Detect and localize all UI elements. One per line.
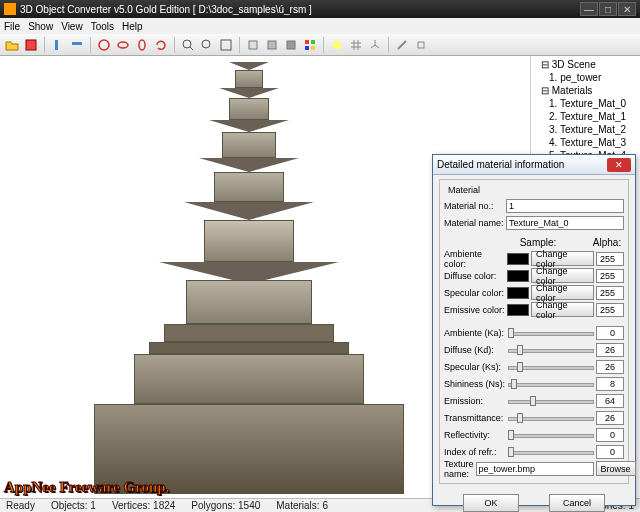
texture-input[interactable]	[476, 462, 594, 476]
tree-material-1[interactable]: 2. Texture_Mat_1	[533, 110, 638, 123]
tree-scene[interactable]: ⊟ 3D Scene	[533, 58, 638, 71]
emission-slider[interactable]	[508, 394, 594, 408]
misc2-icon[interactable]	[413, 37, 429, 53]
misc1-icon[interactable]	[394, 37, 410, 53]
ka-value[interactable]	[596, 326, 624, 340]
emission-value[interactable]	[596, 394, 624, 408]
svg-rect-0	[26, 40, 36, 50]
diffuse-change-button[interactable]: Change color	[531, 268, 594, 283]
kd-value[interactable]	[596, 343, 624, 357]
zoom-in-icon[interactable]	[180, 37, 196, 53]
kd-label: Diffuse (Kd):	[444, 345, 506, 355]
dialog-title: Detailed material information	[437, 159, 564, 170]
ambient-color-label: Ambiente color:	[444, 249, 505, 269]
svg-rect-11	[287, 41, 295, 49]
tree-material-3[interactable]: 4. Texture_Mat_3	[533, 136, 638, 149]
svg-rect-1	[55, 40, 58, 50]
ns-label: Shininess (Ns):	[444, 379, 506, 389]
fieldset-legend: Material	[446, 185, 482, 195]
emissive-change-button[interactable]: Change color	[531, 302, 594, 317]
save-icon[interactable]	[23, 37, 39, 53]
reset-icon[interactable]	[153, 37, 169, 53]
model-pagoda	[89, 56, 409, 496]
zoom-out-icon[interactable]	[199, 37, 215, 53]
tree-model[interactable]: 1. pe_tower	[533, 71, 638, 84]
menu-show[interactable]: Show	[28, 21, 53, 32]
ns-value[interactable]	[596, 377, 624, 391]
dialog-close-icon[interactable]: ✕	[607, 158, 631, 172]
grid-icon[interactable]	[348, 37, 364, 53]
tree-material-2[interactable]: 3. Texture_Mat_2	[533, 123, 638, 136]
svg-point-7	[202, 40, 210, 48]
ior-value[interactable]	[596, 445, 624, 459]
diffuse-swatch	[507, 270, 529, 282]
app-title: 3D Object Converter v5.0 Gold Edition [ …	[20, 4, 312, 15]
svg-rect-8	[221, 40, 231, 50]
cube1-icon[interactable]	[245, 37, 261, 53]
dialog-title-bar[interactable]: Detailed material information ✕	[433, 155, 635, 175]
light-icon[interactable]	[329, 37, 345, 53]
emissive-alpha[interactable]	[596, 303, 624, 317]
refl-value[interactable]	[596, 428, 624, 442]
browse-button[interactable]: Browse	[596, 461, 636, 476]
specular-alpha[interactable]	[596, 286, 624, 300]
svg-rect-2	[72, 42, 82, 45]
ks-slider[interactable]	[508, 360, 594, 374]
svg-point-4	[118, 42, 128, 48]
material-fieldset: Material Material no.: Material name: Sa…	[439, 179, 629, 484]
ior-label: Index of refr.:	[444, 447, 506, 457]
maximize-button[interactable]: □	[599, 2, 617, 16]
rotate-z-icon[interactable]	[134, 37, 150, 53]
ok-button[interactable]: OK	[463, 494, 519, 512]
trans-value[interactable]	[596, 411, 624, 425]
status-vertices: Vertices: 1824	[112, 500, 175, 511]
ior-slider[interactable]	[508, 445, 594, 459]
tool-b-icon[interactable]	[69, 37, 85, 53]
color-icon[interactable]	[302, 37, 318, 53]
ks-value[interactable]	[596, 360, 624, 374]
rotate-x-icon[interactable]	[96, 37, 112, 53]
rotate-y-icon[interactable]	[115, 37, 131, 53]
ambient-change-button[interactable]: Change color	[531, 251, 594, 266]
material-name-label: Material name:	[444, 218, 504, 228]
trans-slider[interactable]	[508, 411, 594, 425]
status-materials: Materials: 6	[276, 500, 328, 511]
tree-materials[interactable]: ⊟ Materials	[533, 84, 638, 97]
emission-label: Emission:	[444, 396, 506, 406]
menu-file[interactable]: File	[4, 21, 20, 32]
specular-change-button[interactable]: Change color	[531, 285, 594, 300]
watermark: AppNee Freeware Group.	[4, 479, 169, 496]
ambient-alpha[interactable]	[596, 252, 624, 266]
svg-rect-14	[305, 46, 309, 50]
ns-slider[interactable]	[508, 377, 594, 391]
window-controls: — □ ✕	[580, 2, 636, 16]
emissive-swatch	[507, 304, 529, 316]
diffuse-alpha[interactable]	[596, 269, 624, 283]
tree-material-0[interactable]: 1. Texture_Mat_0	[533, 97, 638, 110]
svg-point-16	[333, 41, 341, 49]
menu-tools[interactable]: Tools	[91, 21, 114, 32]
material-no-label: Material no.:	[444, 201, 504, 211]
toolbar	[0, 34, 640, 56]
svg-rect-15	[311, 46, 315, 50]
material-no-input[interactable]	[506, 199, 624, 213]
menu-view[interactable]: View	[61, 21, 83, 32]
open-icon[interactable]	[4, 37, 20, 53]
ka-slider[interactable]	[508, 326, 594, 340]
close-button[interactable]: ✕	[618, 2, 636, 16]
ambient-swatch	[507, 253, 529, 265]
menu-help[interactable]: Help	[122, 21, 143, 32]
zoom-fit-icon[interactable]	[218, 37, 234, 53]
cube2-icon[interactable]	[264, 37, 280, 53]
axis-icon[interactable]	[367, 37, 383, 53]
svg-point-6	[183, 40, 191, 48]
kd-slider[interactable]	[508, 343, 594, 357]
tool-a-icon[interactable]	[50, 37, 66, 53]
minimize-button[interactable]: —	[580, 2, 598, 16]
material-name-input[interactable]	[506, 216, 624, 230]
cube3-icon[interactable]	[283, 37, 299, 53]
title-bar: 3D Object Converter v5.0 Gold Edition [ …	[0, 0, 640, 18]
material-dialog: Detailed material information ✕ Material…	[432, 154, 636, 506]
cancel-button[interactable]: Cancel	[549, 494, 605, 512]
refl-slider[interactable]	[508, 428, 594, 442]
